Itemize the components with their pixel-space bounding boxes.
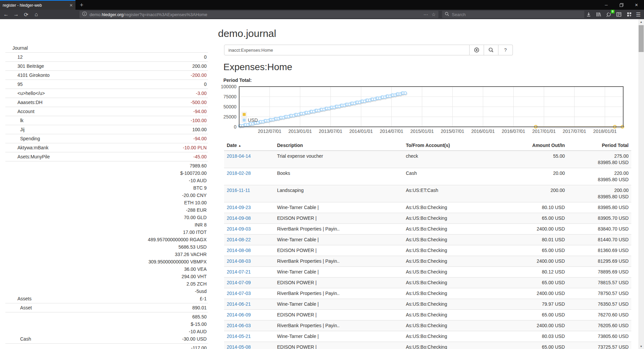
col-accounts[interactable]: To/From Account(s) xyxy=(403,141,514,151)
register-row[interactable]: 2014-06-21Wine-Tarner Cable |As:US:Bo:Ch… xyxy=(224,299,631,310)
transaction-date-link[interactable]: 2016-11-11 xyxy=(227,188,250,193)
register-row[interactable]: 2014-06-03RiverBank Properties | Payin..… xyxy=(224,320,631,331)
url-bar[interactable]: demo.hledger.org/register?q=inacct%3AExp… xyxy=(79,11,438,18)
transaction-accounts: As:US:Bo:Checking xyxy=(403,224,514,235)
transaction-amount: 80.12 USD xyxy=(514,267,568,278)
sidebar-toggle-icon[interactable] xyxy=(615,11,623,18)
register-row[interactable]: 2014-08-22Wine-Tarner Cable |As:US:Bo:Ch… xyxy=(224,235,631,245)
sidebar-account-row: Asets:MunyPile-45.00 xyxy=(5,152,208,161)
register-row[interactable]: 2018-04-14Trial expense vouchercheck55.0… xyxy=(224,151,631,168)
minimize-icon[interactable]: ─ xyxy=(599,0,614,10)
register-row[interactable]: 2014-07-09EDISON POWER |As:US:Bo:Checkin… xyxy=(224,278,631,288)
query-form: ? xyxy=(224,45,513,55)
restore-icon[interactable] xyxy=(614,0,629,10)
account-link[interactable]: Assets xyxy=(17,296,32,301)
sort-asc-icon: ▲ xyxy=(238,144,241,147)
transaction-description: RiverBank Properties | Payin.. xyxy=(274,288,403,299)
account-balance: -94.00 xyxy=(92,134,208,143)
account-link[interactable]: Spending xyxy=(20,136,40,141)
sidebar-accounts: Journal120301 Beiträge200.004101 Girokon… xyxy=(5,44,208,349)
account-link[interactable]: Account xyxy=(17,109,35,114)
transaction-date-link[interactable]: 2014-08-22 xyxy=(227,237,251,242)
transaction-date-link[interactable]: 2018-04-14 xyxy=(227,153,251,159)
transaction-date-link[interactable]: 2018-02-28 xyxy=(227,170,251,176)
col-description[interactable]: Description xyxy=(274,141,403,151)
scrollbar-thumb[interactable] xyxy=(639,25,644,52)
new-tab-button[interactable]: + xyxy=(80,1,84,9)
account-link[interactable]: Cash xyxy=(20,336,31,342)
site-info-icon[interactable] xyxy=(82,11,87,17)
scroll-down-icon[interactable]: ▼ xyxy=(638,344,644,349)
account-link[interactable]: 4101 Girokonto xyxy=(17,72,50,78)
svg-text:2014/07/01: 2014/07/01 xyxy=(380,129,403,134)
register-row[interactable]: 2014-09-03RiverBank Properties | Payin..… xyxy=(224,224,631,235)
query-input[interactable] xyxy=(224,45,470,55)
register-row[interactable]: 2016-11-11LandscapingAs:US:ET:Cash200.00… xyxy=(224,185,631,202)
browser-tab[interactable]: register - hledger-web ✕ xyxy=(0,0,75,10)
account-link[interactable]: Aaasets:DH xyxy=(17,100,43,105)
transaction-date-link[interactable]: 2014-05-08 xyxy=(227,344,251,349)
account-link[interactable]: 301 Beiträge xyxy=(17,63,44,69)
transaction-accounts: As:US:Bo:Checking xyxy=(403,278,514,288)
transaction-date-link[interactable]: 2014-07-09 xyxy=(227,280,251,285)
transaction-amount: 65.00 USD xyxy=(514,245,568,256)
menu-icon[interactable]: ☰ xyxy=(635,11,642,18)
reload-icon[interactable]: ⟳ xyxy=(21,10,31,19)
transaction-date-link[interactable]: 2014-06-21 xyxy=(227,301,251,307)
close-window-icon[interactable]: ✕ xyxy=(629,0,644,10)
account-link[interactable]: Jij xyxy=(20,127,24,132)
account-link[interactable]: Asets:MunyPile xyxy=(17,154,50,159)
account-link[interactable]: Aktywa:mBank xyxy=(17,145,49,150)
transaction-date-link[interactable]: 2014-09-03 xyxy=(227,226,251,232)
bookmark-star-icon[interactable]: ☆ xyxy=(431,12,436,17)
register-row[interactable]: 2014-09-23Wine-Tarner Cable |As:US:Bo:Ch… xyxy=(224,202,631,213)
transaction-date-link[interactable]: 2014-08-08 xyxy=(227,248,251,253)
col-period-total[interactable]: Period Total xyxy=(568,141,631,151)
col-amount[interactable]: Amount Out/In xyxy=(514,141,568,151)
account-link[interactable]: Asset xyxy=(20,305,32,310)
home-icon[interactable]: ⌂ xyxy=(32,10,41,19)
transaction-description: EDISON POWER | xyxy=(274,342,403,349)
account-link[interactable]: <u>hello</u> xyxy=(17,91,45,96)
scroll-up-icon[interactable]: ▲ xyxy=(638,19,644,24)
transaction-date-link[interactable]: 2014-06-09 xyxy=(227,312,251,317)
transaction-date-link[interactable]: 2014-06-03 xyxy=(227,323,251,328)
register-row[interactable]: 2014-07-03RiverBank Properties | Payin..… xyxy=(224,288,631,299)
transaction-date-link[interactable]: 2014-07-21 xyxy=(227,269,251,275)
transaction-date-link[interactable]: 2014-07-03 xyxy=(227,291,251,296)
journal-link[interactable]: Journal xyxy=(12,45,28,51)
transaction-date-link[interactable]: 2014-05-21 xyxy=(227,334,251,339)
transaction-date-link[interactable]: 2014-09-23 xyxy=(227,205,251,210)
back-icon[interactable]: ← xyxy=(1,10,11,19)
page-scrollbar[interactable]: ▲ ▼ xyxy=(638,19,644,349)
register-row[interactable]: 2014-08-03RiverBank Properties | Payin..… xyxy=(224,256,631,267)
account-balance: -10.00 PLN xyxy=(92,143,208,152)
col-date[interactable]: Date ▲ xyxy=(224,141,274,151)
register-row[interactable]: 2014-09-08EDISON POWER |As:US:Bo:Checkin… xyxy=(224,213,631,224)
browser-toolbar: ← → ⟳ ⌂ demo.hledger.org/register?q=inac… xyxy=(0,10,644,19)
clear-query-button[interactable] xyxy=(470,45,484,55)
extension-icon[interactable]: 0 xyxy=(605,11,612,18)
page-actions-icon[interactable]: ⋯ xyxy=(423,12,428,17)
register-row[interactable]: 2014-05-08EDISON POWER |As:US:Bo:Checkin… xyxy=(224,342,631,349)
transaction-description: RiverBank Properties | Payin.. xyxy=(274,320,403,331)
search-submit-button[interactable] xyxy=(484,45,498,55)
register-row[interactable]: 2014-08-08EDISON POWER |As:US:Bo:Checkin… xyxy=(224,245,631,256)
register-row[interactable]: 2014-05-21Wine-Tarner Cable |As:US:Bo:Ch… xyxy=(224,331,631,342)
register-row[interactable]: 2018-02-28BooksCash20.00220.0083985.80 U… xyxy=(224,168,631,185)
transaction-date-link[interactable]: 2014-08-03 xyxy=(227,258,251,264)
forward-icon[interactable]: → xyxy=(11,10,21,19)
extensions-grid-icon[interactable] xyxy=(626,11,633,18)
browser-search-bar[interactable]: Search xyxy=(442,11,584,18)
register-row[interactable]: 2014-07-21Wine-Tarner Cable |As:US:Bo:Ch… xyxy=(224,267,631,278)
account-link[interactable]: 12 xyxy=(17,54,23,60)
close-tab-icon[interactable]: ✕ xyxy=(69,3,73,8)
register-row[interactable]: 2014-06-09EDISON POWER |As:US:Bo:Checkin… xyxy=(224,310,631,320)
download-icon[interactable] xyxy=(585,11,592,18)
help-button[interactable]: ? xyxy=(498,45,513,55)
library-icon[interactable] xyxy=(595,11,602,18)
account-link[interactable]: lk xyxy=(20,118,23,123)
sidebar-account-row: Aaasets:DH-500.00 xyxy=(5,98,208,107)
transaction-date-link[interactable]: 2014-09-08 xyxy=(227,215,251,221)
account-link[interactable]: 95 xyxy=(17,82,23,87)
